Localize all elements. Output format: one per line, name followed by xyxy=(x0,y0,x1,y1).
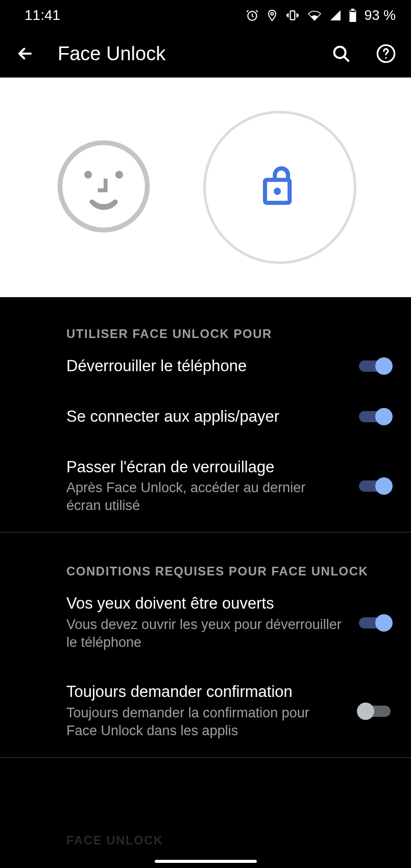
svg-rect-5 xyxy=(350,11,356,12)
setting-app-signin[interactable]: Se connecter aux applis/payer xyxy=(0,392,411,442)
toggle-switch[interactable] xyxy=(359,357,391,375)
divider xyxy=(0,757,411,758)
setting-title: Toujours demander confirmation xyxy=(66,682,349,702)
svg-point-11 xyxy=(115,171,123,179)
app-bar: Face Unlock xyxy=(0,31,411,77)
section-header-requirements: CONDITIONS REQUISES POUR FACE UNLOCK xyxy=(66,535,396,578)
vibrate-icon xyxy=(285,9,300,22)
setting-title: Passer l'écran de verrouillage xyxy=(66,457,349,477)
setting-eyes-open[interactable]: Vos yeux doivent être ouverts Vous devez… xyxy=(0,578,411,667)
signal-icon xyxy=(329,9,342,21)
settings-content: UTILISER FACE UNLOCK POUR Déverrouiller … xyxy=(0,297,411,758)
wifi-icon xyxy=(307,9,322,21)
toggle-switch[interactable] xyxy=(359,703,391,720)
location-icon xyxy=(266,9,278,22)
setting-title: Vos yeux doivent être ouverts xyxy=(66,594,349,614)
battery-icon xyxy=(349,9,357,22)
battery-percent: 93 % xyxy=(364,8,396,23)
svg-point-1 xyxy=(271,13,274,15)
section-header-partial: FACE UNLOCK xyxy=(66,833,163,848)
svg-rect-3 xyxy=(350,10,356,22)
svg-point-8 xyxy=(385,57,386,59)
alarm-icon xyxy=(246,9,259,22)
status-icons: 93 % xyxy=(246,8,396,23)
setting-subtitle: Toujours demander la confirmation pour F… xyxy=(66,704,349,740)
back-button[interactable] xyxy=(13,41,37,66)
face-icon xyxy=(55,138,152,237)
svg-point-10 xyxy=(84,171,92,179)
status-time: 11:41 xyxy=(25,7,60,23)
unlock-icon-circle xyxy=(203,111,356,264)
setting-subtitle: Vous devez ouvrir les yeux pour déverrou… xyxy=(66,616,349,652)
svg-point-13 xyxy=(274,188,281,195)
svg-rect-4 xyxy=(351,9,355,10)
toggle-switch[interactable] xyxy=(359,477,391,495)
search-button[interactable] xyxy=(329,41,353,66)
section-header-use: UTILISER FACE UNLOCK POUR xyxy=(66,297,396,341)
setting-skip-lockscreen[interactable]: Passer l'écran de verrouillage Après Fac… xyxy=(0,442,411,531)
setting-always-confirm[interactable]: Toujours demander confirmation Toujours … xyxy=(0,667,411,755)
divider xyxy=(0,532,411,533)
help-button[interactable] xyxy=(374,41,398,66)
setting-title: Déverrouiller le téléphone xyxy=(66,356,349,376)
toggle-switch[interactable] xyxy=(359,614,391,632)
status-bar: 11:41 93 % xyxy=(0,0,411,31)
setting-title: Se connecter aux applis/payer xyxy=(66,407,349,427)
setting-subtitle: Après Face Unlock, accéder au dernier éc… xyxy=(66,479,349,515)
hero-illustration xyxy=(0,77,411,297)
unlock-icon xyxy=(259,163,300,211)
page-title: Face Unlock xyxy=(58,43,308,65)
setting-unlock-phone[interactable]: Déverrouiller le téléphone xyxy=(0,341,411,392)
navigation-handle[interactable] xyxy=(155,860,257,863)
toggle-switch[interactable] xyxy=(359,408,391,425)
svg-rect-2 xyxy=(291,11,295,19)
